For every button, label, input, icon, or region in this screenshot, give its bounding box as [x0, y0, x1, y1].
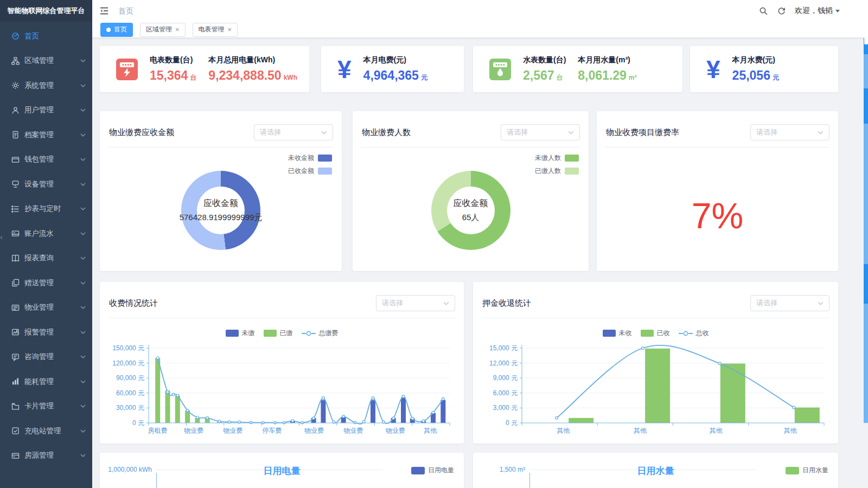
panel-filter-select[interactable]: 请选择 — [376, 295, 455, 311]
legend-item[interactable]: 总缴费 — [302, 329, 339, 338]
sidebar-item-message[interactable]: 咨询管理 — [0, 345, 92, 370]
stat-value: 25,056元 — [732, 68, 779, 83]
select-placeholder: 请选择 — [756, 298, 818, 308]
sidebar-item-charge[interactable]: 充电站管理 — [0, 419, 92, 444]
stat-metric: 水表数量(台)2,567台 — [523, 55, 566, 83]
active-tab-dot — [106, 28, 111, 32]
tab-home[interactable]: 首页 — [100, 23, 133, 37]
sidebar-item-card[interactable]: 账户流水 — [0, 221, 92, 246]
sidebar-item-label: 赠送管理 — [24, 278, 80, 288]
sidebar-collapse-handle[interactable]: ‹ — [0, 232, 3, 241]
panel-daily-water: 1,500 m³日用水量日用水量 — [473, 453, 838, 488]
panel-filter-select[interactable]: 请选择 — [501, 124, 580, 140]
sidebar-item-property[interactable]: 物业管理 — [0, 296, 92, 320]
refresh-icon[interactable] — [777, 7, 786, 16]
panel-divider — [605, 147, 829, 147]
legend-item[interactable]: 未收 — [603, 329, 632, 338]
legend-label: 未缴 — [242, 329, 255, 338]
stat-value-number: 8,061.29 — [578, 68, 627, 82]
select-placeholder: 请选择 — [756, 127, 818, 137]
chevron-down-icon — [818, 301, 824, 305]
legend-item[interactable]: 日用水量 — [786, 466, 828, 475]
sidebar-item-dashboard[interactable]: 首页 — [0, 24, 92, 49]
chart-legend: 未收已收总收 — [473, 329, 838, 338]
panel-filter-select[interactable]: 请选择 — [750, 295, 829, 311]
search-icon[interactable] — [759, 7, 768, 16]
legend-item[interactable]: 未缴 — [226, 329, 255, 338]
stat-metric: 本月电费(元)4,964,365元 — [363, 55, 427, 83]
sidebar-item-alarm[interactable]: 报警管理 — [0, 320, 92, 345]
stat-value: 9,234,888.50kWh — [208, 68, 297, 83]
sidebar-item-gift[interactable]: 赠送管理 — [0, 271, 92, 296]
legend-swatch — [264, 330, 277, 337]
tree-icon — [11, 57, 20, 65]
legend-item[interactable]: 未收金额 — [288, 153, 332, 163]
svg-text:12,000 元: 12,000 元 — [489, 359, 518, 367]
legend-item[interactable]: 总收 — [679, 329, 709, 338]
stat-value-number: 9,234,888.50 — [208, 68, 281, 82]
sidebar-toggle-icon[interactable] — [99, 5, 110, 16]
user-menu[interactable]: 欢迎，钱韬 — [795, 6, 840, 16]
sidebar-item-report[interactable]: 报表查询 — [0, 246, 92, 271]
sidebar-item-meterlist[interactable]: 抄表与定时 — [0, 197, 92, 222]
legend-item[interactable]: 已缴 — [264, 329, 293, 338]
sidebar-item-label: 充电站管理 — [24, 426, 80, 436]
legend-item[interactable]: 已缴人数 — [535, 166, 579, 176]
stat-label: 本月水费(元) — [732, 55, 779, 65]
sidebar-item-label: 物业管理 — [24, 303, 80, 312]
legend-item[interactable]: 日用电量 — [411, 466, 454, 475]
panel-title: 物业缴费应收金额 — [109, 127, 174, 138]
sidebar-item-device[interactable]: 设备管理 — [0, 172, 92, 197]
legend-swatch — [411, 467, 425, 474]
stat-metric: 本月总用电量(kWh)9,234,888.50kWh — [208, 55, 297, 83]
panel-donut-people: 物业缴费人数请选择未缴人数已缴人数应收金额65人 — [353, 111, 589, 271]
chevron-down-icon — [80, 331, 86, 334]
panel-divider — [361, 147, 580, 147]
stat-metric: 电表数量(台)15,364台 — [150, 55, 196, 83]
tab-view-2[interactable]: 电表管理× — [193, 23, 238, 37]
stat-value: 2,567台 — [523, 68, 566, 83]
sidebar-item-wallet[interactable]: 钱包管理 — [0, 147, 92, 172]
sidebar-item-house[interactable]: 房源管理 — [0, 444, 92, 468]
svg-text:0 元: 0 元 — [506, 419, 518, 427]
chevron-down-icon — [80, 183, 86, 186]
tab-close-icon[interactable]: × — [175, 26, 180, 33]
sidebar-item-label: 设备管理 — [24, 179, 80, 189]
chevron-down-icon — [80, 232, 86, 235]
panel-filter-select[interactable]: 请选择 — [750, 124, 829, 140]
sidebar-item-gear[interactable]: 系统管理 — [0, 73, 92, 98]
stat-value-unit: 元 — [421, 74, 427, 81]
right-strip-widget — [864, 27, 868, 44]
sidebar-item-energy[interactable]: 能耗管理 — [0, 369, 92, 394]
select-placeholder: 请选择 — [382, 298, 443, 308]
app-title: 智能物联网综合管理平台 — [0, 0, 92, 22]
legend-item[interactable]: 已收 — [641, 329, 670, 338]
chevron-down-icon — [80, 355, 86, 358]
legend-label: 日用电量 — [428, 466, 454, 475]
tab-close-icon[interactable]: × — [228, 26, 232, 33]
sidebar-item-doc[interactable]: 档案管理 — [0, 123, 92, 147]
legend-item[interactable]: 未缴人数 — [535, 153, 579, 163]
stat-value-unit: kWh — [284, 74, 297, 81]
svg-text:6,000 元: 6,000 元 — [493, 389, 518, 397]
sidebar-item-label: 用户管理 — [24, 105, 80, 115]
chevron-down-icon — [80, 404, 86, 408]
svg-text:30,000 元: 30,000 元 — [116, 404, 144, 412]
svg-text:15,000 元: 15,000 元 — [489, 344, 518, 352]
svg-text:其他: 其他 — [557, 427, 570, 434]
sidebar-item-label: 区域管理 — [24, 56, 80, 66]
legend-label: 已缴 — [280, 329, 293, 338]
legend-item[interactable]: 已收金额 — [288, 166, 332, 176]
legend-label: 已收金额 — [288, 166, 314, 176]
tab-view-1[interactable]: 区域管理× — [140, 23, 186, 37]
sidebar-item-cards[interactable]: 卡片管理 — [0, 394, 92, 419]
sidebar-item-tree[interactable]: 区域管理 — [0, 49, 92, 74]
stat-label: 水表数量(台) — [523, 55, 566, 65]
sidebar-item-label: 报警管理 — [24, 328, 80, 337]
panel-filter-select[interactable]: 请选择 — [254, 124, 333, 140]
app-root: 智能物联网综合管理平台 首页区域管理系统管理用户管理档案管理钱包管理设备管理抄表… — [0, 0, 868, 488]
legend-label: 已收 — [657, 329, 670, 338]
sidebar-item-users[interactable]: 用户管理 — [0, 98, 92, 123]
donut-chart: 应收金额65人 — [431, 171, 510, 250]
stat-label: 本月总用电量(kWh) — [208, 55, 297, 65]
